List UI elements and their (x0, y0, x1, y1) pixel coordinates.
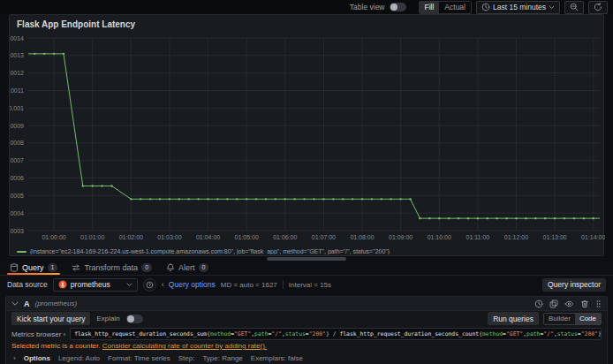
time-range-picker[interactable]: Last 15 minutes (476, 1, 560, 14)
svg-text:0.0005: 0.0005 (10, 193, 24, 199)
svg-text:01:12:00: 01:12:00 (504, 234, 528, 240)
clock-icon (481, 3, 490, 11)
query-row-actions (534, 300, 602, 308)
svg-text:01:10:00: 01:10:00 (428, 234, 451, 240)
chevron-down-icon (549, 5, 555, 10)
panel-title[interactable]: Flask App Endpoint Latency (10, 15, 603, 29)
tab-query-count: 1 (48, 263, 58, 272)
max-data-points-value: MD = auto = 1627 (221, 281, 277, 289)
timeseries-chart[interactable]: 0.00030.00040.00050.00060.00070.00080.00… (10, 36, 605, 246)
toggle-visibility-icon[interactable] (564, 300, 574, 308)
query-toolbar: Kick start your query Explain Run querie… (6, 311, 607, 326)
fill-actual-group: Fill Actual (419, 1, 472, 14)
svg-text:01:07:00: 01:07:00 (312, 234, 336, 240)
tab-alert-label: Alert (178, 263, 195, 272)
table-view-toggle[interactable] (390, 3, 406, 11)
chevron-right-icon: ‹ (162, 280, 164, 289)
metrics-browser-button[interactable]: Metrics browser › (11, 330, 65, 338)
builder-mode-button[interactable]: Builder (544, 314, 575, 324)
toggle-knob (127, 315, 134, 322)
fill-button[interactable]: Fill (420, 2, 440, 13)
svg-text:01:04:00: 01:04:00 (196, 234, 220, 240)
query-row-header[interactable]: A (prometheus) (6, 297, 607, 311)
datasource-select[interactable]: prometheus (53, 278, 138, 292)
svg-text:01:09:00: 01:09:00 (389, 234, 412, 240)
remove-query-icon[interactable] (580, 300, 589, 308)
chevron-right-icon: › (13, 354, 16, 362)
prometheus-icon (58, 280, 67, 289)
legend-series-label[interactable]: {instance="ec2-184-169-216-224.us-west-1… (30, 248, 390, 254)
chevron-down-icon (126, 283, 132, 287)
svg-text:01:00:00: 01:00:00 (42, 234, 65, 240)
tab-transform[interactable]: Transform data 0 (65, 261, 158, 275)
code-mode-button[interactable]: Code (575, 314, 601, 324)
query-options-label: Query options (169, 280, 216, 289)
run-queries-button[interactable]: Run queries (488, 312, 539, 325)
explain-toggle[interactable] (126, 315, 143, 323)
tab-alert[interactable]: Alert 0 (160, 261, 215, 275)
svg-text:0.0011: 0.0011 (10, 87, 24, 94)
refresh-button[interactable] (588, 1, 608, 14)
option-step: Step: (178, 354, 195, 362)
query-ref-id: A (24, 300, 30, 308)
kickstart-query-button[interactable]: Kick start your query (11, 312, 90, 325)
zoom-out-button[interactable] (564, 1, 584, 14)
svg-text:01:11:00: 01:11:00 (466, 234, 490, 240)
svg-text:01:02:00: 01:02:00 (119, 234, 143, 240)
svg-text:01:03:00: 01:03:00 (157, 234, 181, 240)
query-history-icon[interactable] (534, 300, 543, 308)
drag-handle-icon[interactable] (595, 300, 602, 308)
svg-text:0.0006: 0.0006 (10, 175, 24, 181)
time-range-label: Last 15 minutes (493, 3, 546, 11)
tab-alert-count: 0 (199, 263, 209, 272)
svg-text:01:14:00: 01:14:00 (581, 234, 605, 240)
query-inspector-button[interactable]: Query inspector (542, 278, 606, 292)
query-datasource-hint: (prometheus) (35, 300, 78, 307)
splitter-drag-handle[interactable] (267, 257, 346, 261)
option-exemplars: Exemplars: false (251, 354, 303, 362)
datasource-name: prometheus (71, 280, 123, 289)
tab-transform-count: 0 (141, 263, 152, 272)
query-row-card: A (prometheus) Kick start your query Exp… (5, 296, 608, 364)
datasource-label: Data source (7, 280, 48, 289)
query-options-toggle[interactable]: ‹ Query options (162, 280, 216, 289)
toggle-knob (390, 4, 397, 11)
options-title[interactable]: Options (24, 354, 50, 362)
option-type: Type: Range (202, 354, 242, 362)
svg-text:0.0014: 0.0014 (10, 36, 24, 42)
duplicate-query-icon[interactable] (549, 300, 558, 308)
svg-text:0.001: 0.001 (10, 105, 24, 111)
collapse-chevron-icon[interactable] (11, 301, 19, 307)
svg-text:0.0003: 0.0003 (10, 228, 24, 234)
promql-expression-input[interactable]: flask_http_request_duration_seconds_sum{… (70, 328, 602, 340)
datasource-bar: Data source prometheus ‹ Query options M… (0, 276, 613, 293)
tab-query[interactable]: Query 1 (4, 261, 64, 275)
svg-text:01:08:00: 01:08:00 (350, 234, 374, 240)
chart-legend: {instance="ec2-184-169-216-224.us-west-1… (17, 248, 591, 254)
explain-label: Explain (96, 315, 119, 322)
datasource-help-button[interactable] (143, 278, 156, 292)
warning-rate-link[interactable]: Consider calculating rate of counter by … (102, 342, 267, 350)
svg-text:0.0013: 0.0013 (10, 52, 24, 58)
svg-text:01:06:00: 01:06:00 (273, 234, 297, 240)
panel-edit-toolbar: Table view Fill Actual Last 15 minutes (0, 0, 613, 14)
help-icon (146, 281, 154, 289)
promql-editor-row: Metrics browser › flask_http_request_dur… (6, 326, 607, 340)
query-options-summary: › Options Legend: Auto Format: Time seri… (6, 350, 607, 364)
warning-text: Selected metric is a counter. (11, 342, 101, 350)
tab-query-label: Query (22, 263, 44, 272)
actual-button[interactable]: Actual (439, 2, 471, 13)
svg-text:0.0008: 0.0008 (10, 140, 24, 146)
tab-transform-label: Transform data (84, 263, 138, 272)
refresh-icon (594, 3, 602, 11)
chevron-right-icon: › (63, 330, 65, 338)
timeseries-panel: Flask App Endpoint Latency 0.00030.00040… (9, 14, 604, 256)
svg-text:01:05:00: 01:05:00 (235, 234, 259, 240)
svg-text:01:13:00: 01:13:00 (542, 234, 566, 240)
counter-warning: Selected metric is a counter. Consider c… (6, 340, 607, 350)
svg-text:0.0004: 0.0004 (10, 210, 24, 216)
interval-value: Interval = 15s (289, 281, 331, 289)
svg-text:01:01:00: 01:01:00 (80, 234, 104, 240)
option-legend: Legend: Auto (58, 354, 100, 362)
builder-code-switch: Builder Code (543, 313, 602, 325)
